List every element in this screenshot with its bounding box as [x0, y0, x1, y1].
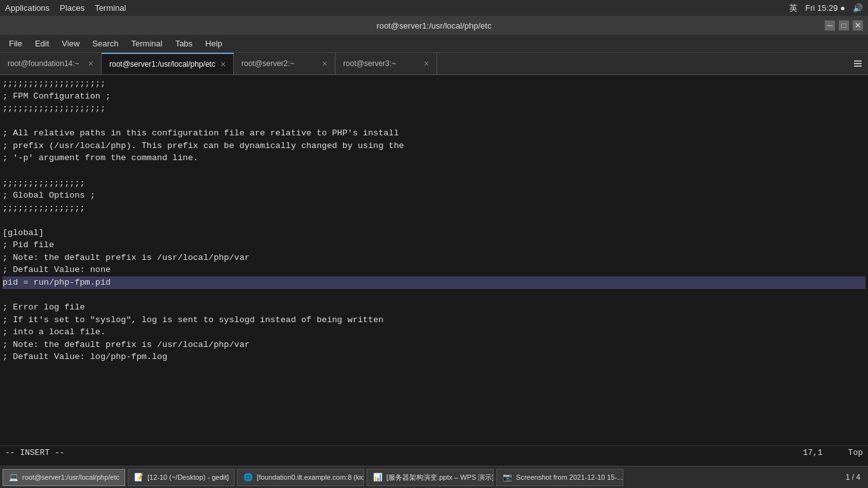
window-title: root@server1:/usr/local/php/etc	[43, 21, 825, 30]
terminal-line: ; Default Value: none	[3, 265, 111, 274]
vim-mode: -- INSERT --	[5, 448, 803, 458]
applications-menu[interactable]: Applications	[5, 3, 50, 13]
tab-tab3[interactable]: root@server2:~×	[234, 53, 336, 74]
system-bar-left: Applications Places Terminal	[5, 3, 126, 13]
terminal-line: ; Note: the default prefix is /usr/local…	[3, 340, 250, 349]
terminal-line: ;;;;;;;;;;;;;;;;;;;;	[3, 79, 105, 88]
scroll-position: Top	[848, 448, 863, 458]
workspace-pager: 1 / 4	[846, 473, 865, 482]
tab-close-tab1[interactable]: ×	[88, 58, 93, 69]
status-bar-right: 17,1 Top	[803, 448, 863, 458]
taskbar-label-t4: [服务器架构演变.pptx – WPS 演示]	[386, 473, 494, 482]
terminal-line: ; Error log file	[3, 302, 85, 312]
tab-scroll-button[interactable]	[848, 53, 868, 74]
taskbar: 💻root@server1:/usr/local/php/etc📝[12-10 …	[0, 466, 868, 488]
places-menu[interactable]: Places	[60, 3, 85, 13]
terminal-menu-top[interactable]: Terminal	[95, 3, 126, 13]
system-bar: Applications Places Terminal 英 Fri 15:29…	[0, 0, 868, 16]
tab-label: root@server2:~	[241, 59, 294, 68]
status-bar: -- INSERT -- 17,1 Top	[0, 445, 868, 459]
terminal-line: ; Note: the default prefix is /usr/local…	[3, 253, 250, 262]
terminal-line: ; '-p' argument from the command line.	[3, 153, 198, 163]
tab-close-tab3[interactable]: ×	[322, 58, 327, 69]
tab-close-tab4[interactable]: ×	[424, 58, 429, 69]
maximize-button[interactable]: □	[839, 20, 849, 30]
menu-item-help[interactable]: Help	[199, 36, 229, 51]
taskbar-icon-t3: 🌐	[243, 472, 253, 482]
tab-label: root@foundation14:~	[8, 59, 79, 68]
terminal-line: ; Default Value: log/php-fpm.log	[3, 352, 167, 362]
taskbar-item-t2[interactable]: 📝[12-10 (~/Desktop) - gedit]	[128, 469, 234, 486]
terminal-line: ; into a local file.	[3, 327, 105, 337]
terminal-line: [global]	[3, 228, 44, 238]
taskbar-item-t1[interactable]: 💻root@server1:/usr/local/php/etc	[3, 469, 125, 486]
menu-item-file[interactable]: File	[3, 36, 29, 51]
minimize-button[interactable]: ─	[825, 20, 835, 30]
taskbar-label-t3: [foundation0.ilt.example.com:8 (kio...	[257, 473, 364, 481]
terminal-line: ;;;;;;;;;;;;;;;;;;;;	[3, 104, 105, 113]
terminal-line: ;;;;;;;;;;;;;;;;	[3, 203, 85, 213]
terminal-line: ; Global Options ;	[3, 191, 95, 200]
window-controls: ─ □ ✕	[825, 20, 863, 30]
terminal-line: ;;;;;;;;;;;;;;;;	[3, 179, 85, 188]
taskbar-label-t1: root@server1:/usr/local/php/etc	[22, 473, 119, 481]
menu-item-tabs[interactable]: Tabs	[169, 36, 199, 51]
cursor-position: 17,1	[803, 448, 822, 458]
terminal-line: ; All relative paths in this configurati…	[3, 128, 399, 138]
tab-bar: root@foundation14:~×root@server1:/usr/lo…	[0, 53, 868, 75]
terminal-line: ; If it's set to "syslog", log is sent t…	[3, 315, 384, 325]
tab-label: root@server3:~	[343, 59, 396, 68]
volume-icon[interactable]: 🔊	[853, 3, 863, 13]
tab-close-tab2[interactable]: ×	[220, 59, 226, 69]
clock: Fri 15:29 ●	[805, 3, 845, 13]
title-bar: root@server1:/usr/local/php/etc ─ □ ✕	[0, 16, 868, 35]
taskbar-item-t5[interactable]: 📷Screenshot from 2021-12-10 15-...	[496, 469, 623, 486]
system-bar-right: 英 Fri 15:29 ● 🔊	[789, 3, 863, 14]
highlighted-line: pid = run/php-fpm.pid	[3, 276, 865, 289]
svg-rect-0	[854, 60, 862, 62]
terminal-line: ; Pid file	[3, 240, 54, 250]
menu-item-edit[interactable]: Edit	[29, 36, 55, 51]
tab-tab1[interactable]: root@foundation14:~×	[0, 53, 102, 74]
language-indicator: 英	[789, 3, 797, 14]
taskbar-icon-t5: 📷	[502, 472, 512, 482]
svg-rect-2	[854, 65, 862, 67]
taskbar-label-t5: Screenshot from 2021-12-10 15-...	[516, 473, 623, 481]
tab-label: root@server1:/usr/local/php/etc	[109, 60, 215, 69]
taskbar-icon-t4: 📊	[372, 472, 383, 482]
tab-tab2[interactable]: root@server1:/usr/local/php/etc×	[102, 53, 234, 74]
taskbar-icon-t2: 📝	[133, 472, 144, 482]
close-button[interactable]: ✕	[853, 20, 863, 30]
taskbar-item-t3[interactable]: 🌐[foundation0.ilt.example.com:8 (kio...	[237, 469, 364, 486]
taskbar-label-t2: [12-10 (~/Desktop) - gedit]	[147, 473, 229, 481]
menu-item-view[interactable]: View	[55, 36, 86, 51]
menu-item-terminal[interactable]: Terminal	[125, 36, 169, 51]
menu-item-search[interactable]: Search	[86, 36, 125, 51]
terminal-content[interactable]: ;;;;;;;;;;;;;;;;;;;; ; FPM Configuration…	[0, 75, 868, 445]
terminal-line: ; prefix (/usr/local/php). This prefix c…	[3, 141, 404, 151]
taskbar-icon-t1: 💻	[8, 472, 18, 482]
taskbar-item-t4[interactable]: 📊[服务器架构演变.pptx – WPS 演示]	[367, 469, 494, 486]
menu-bar: FileEditViewSearchTerminalTabsHelp	[0, 35, 868, 53]
terminal-line: ; FPM Configuration ;	[3, 92, 111, 101]
tab-tab4[interactable]: root@server3:~×	[336, 53, 437, 74]
svg-rect-1	[854, 63, 862, 64]
